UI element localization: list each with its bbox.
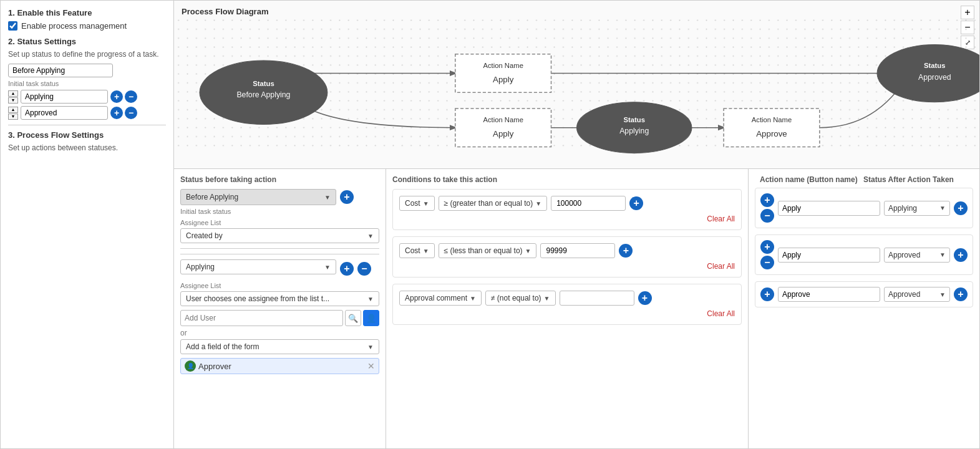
right-panel: Process Flow Diagram + − ⤢ (174, 1, 979, 448)
action-name-input-3[interactable] (778, 287, 880, 302)
action-row-group-1: + − Applying▼ + (755, 188, 973, 228)
approver-chip: 👤 Approver ✕ (180, 358, 379, 374)
approver-icon: 👤 (185, 360, 196, 372)
status-before-label: Status before taking action (180, 175, 379, 184)
svg-text:Before Applying: Before Applying (236, 91, 290, 100)
diagram-area: Process Flow Diagram + − ⤢ (174, 1, 979, 169)
action2-final-add-btn[interactable]: + (954, 248, 968, 262)
condition-group-2: Cost▼ ≤ (less than or equal to)▼ + Clear… (392, 236, 742, 278)
action2-remove-btn[interactable]: − (760, 256, 774, 269)
applying-add-btn[interactable]: + (110, 90, 123, 103)
status-after-header: Status After Action Taken (863, 175, 968, 184)
conditions-label: Conditions to take this action (392, 175, 742, 184)
enable-checkbox[interactable] (8, 21, 17, 31)
applying-up-btn[interactable]: ▲ (8, 90, 18, 97)
approved-up-btn[interactable]: ▲ (8, 107, 18, 113)
section3-title: 3. Process Flow Settings (8, 130, 166, 140)
section2-sub: Set up status to define the progress of … (8, 50, 166, 59)
action-status-select-1[interactable]: Applying▼ (884, 201, 950, 216)
svg-rect-14 (724, 109, 820, 147)
action1-add-btn[interactable]: + (760, 193, 774, 207)
enable-label: Enable process management (21, 21, 127, 31)
condition-group-1: Cost▼ ≥ (greater than or equal to)▼ + Cl… (392, 189, 742, 230)
field-cost-2[interactable]: Cost▼ (399, 243, 435, 258)
value-input-2[interactable] (540, 243, 615, 258)
group1-add-btn[interactable]: + (340, 190, 354, 204)
search-user-btn[interactable]: 🔍 (345, 310, 361, 326)
operator-gte[interactable]: ≥ (greater than or equal to)▼ (439, 196, 548, 211)
action-row-group-3: + Approved▼ + (755, 281, 973, 307)
action-row-3-controls: + (760, 287, 774, 301)
action-name-input-2[interactable] (778, 248, 880, 263)
svg-rect-8 (455, 109, 551, 147)
action1-final-add-btn[interactable]: + (954, 201, 968, 215)
group1-status-section: Before Applying ▼ + Initial task status … (180, 189, 379, 243)
value-input-3[interactable] (560, 291, 634, 306)
conditions-panel: Conditions to take this action Cost▼ ≥ (… (386, 169, 749, 448)
created-by-dropdown[interactable]: Created by ▼ (180, 228, 379, 243)
operator-lte[interactable]: ≤ (less than or equal to)▼ (439, 243, 537, 258)
action-row-1: Applying▼ + (778, 201, 968, 216)
section2-title: 2. Status Settings (8, 37, 166, 46)
svg-rect-5 (455, 54, 551, 92)
applying-down-btn[interactable]: ▼ (8, 97, 18, 104)
approved-input[interactable] (21, 106, 108, 120)
clear-all-3[interactable]: Clear All (399, 309, 735, 318)
applying-input[interactable] (21, 90, 108, 104)
action-name-input-1[interactable] (778, 201, 880, 216)
section3-sub: Set up actions between statuses. (8, 143, 166, 152)
add-user-input[interactable] (180, 310, 343, 326)
add-condition-1[interactable]: + (629, 196, 643, 210)
applying-remove-btn[interactable]: − (125, 90, 137, 103)
left-panel: 1. Enable this Feature Enable process ma… (1, 1, 174, 448)
approved-down-btn[interactable]: ▼ (8, 113, 18, 120)
operator-neq[interactable]: ≠ (not equal to)▼ (485, 291, 556, 306)
bottom-section: Status before taking action Before Apply… (174, 169, 979, 448)
field-approval-comment[interactable]: Approval comment▼ (399, 291, 482, 306)
svg-text:Approve: Approve (756, 129, 787, 138)
add-field-dropdown[interactable]: Add a field of the form ▼ (180, 339, 379, 354)
applying-status-dropdown[interactable]: Applying ▼ (180, 259, 336, 274)
group3-add-btn[interactable]: + (340, 262, 354, 276)
action-status-select-3[interactable]: Approved▼ (884, 287, 950, 302)
svg-text:Status: Status (623, 116, 644, 123)
action-row-2-controls: + − (760, 240, 774, 269)
approved-add-btn[interactable]: + (110, 107, 123, 119)
action2-add-btn[interactable]: + (760, 240, 774, 254)
user-chooses-dropdown[interactable]: User chooses one assignee from the list … (180, 291, 379, 306)
action3-final-add-btn[interactable]: + (954, 287, 968, 301)
add-user-icon-btn[interactable]: 👤 (363, 310, 379, 326)
svg-text:Apply: Apply (493, 75, 514, 84)
assignee-label1: Assignee List (180, 219, 379, 226)
group3-remove-btn[interactable]: − (357, 262, 371, 276)
svg-text:Approved: Approved (918, 73, 951, 82)
svg-text:Action Name: Action Name (752, 116, 792, 123)
svg-text:Applying: Applying (619, 127, 649, 135)
group3-status-section: Applying ▼ + − Assignee List User choose… (180, 259, 379, 374)
add-condition-3[interactable]: + (638, 291, 652, 305)
clear-all-1[interactable]: Clear All (399, 215, 735, 223)
approver-label: Approver (198, 362, 231, 371)
actions-headers: Action name (Button name) Status After A… (755, 175, 973, 184)
action-status-select-2[interactable]: Approved▼ (884, 248, 950, 263)
value-input-1[interactable] (551, 196, 626, 211)
svg-text:Action Name: Action Name (483, 62, 523, 69)
assignee-label3: Assignee List (180, 282, 379, 289)
approved-remove-btn[interactable]: − (125, 107, 137, 119)
field-cost-1[interactable]: Cost▼ (399, 196, 435, 211)
process-flow-svg: Status Before Applying Action Name Apply… (174, 1, 979, 168)
before-applying-input[interactable] (8, 64, 113, 77)
condition-group-3: Approval comment▼ ≠ (not equal to)▼ + Cl… (392, 284, 742, 325)
action-row-3: Approved▼ + (778, 287, 968, 302)
svg-text:Action Name: Action Name (483, 116, 523, 123)
action3-add-btn[interactable]: + (760, 287, 774, 301)
initial-task-label1: Initial task status (180, 208, 379, 215)
approver-remove-btn[interactable]: ✕ (367, 361, 375, 371)
before-applying-dropdown[interactable]: Before Applying ▼ (180, 189, 336, 205)
action1-remove-btn[interactable]: − (760, 209, 774, 223)
or-label: or (180, 329, 379, 337)
add-condition-2[interactable]: + (619, 244, 633, 258)
clear-all-2[interactable]: Clear All (399, 262, 735, 271)
svg-text:Apply: Apply (493, 129, 514, 138)
action-name-header: Action name (Button name) (760, 175, 860, 184)
